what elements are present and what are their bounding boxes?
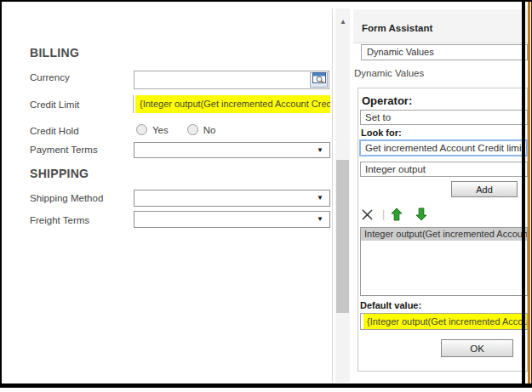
- chevron-down-icon: ▼: [317, 195, 323, 202]
- currency-input[interactable]: [134, 71, 329, 89]
- dynamic-values-section-label: Dynamic Values: [354, 68, 424, 78]
- credit-limit-label: Credit Limit: [30, 99, 79, 110]
- add-button[interactable]: Add: [451, 181, 518, 197]
- billing-section-title: BILLING: [30, 46, 79, 60]
- operator-label: Operator:: [362, 94, 412, 107]
- form-scrollbar-thumb[interactable]: [336, 160, 349, 313]
- ok-button[interactable]: OK: [441, 339, 513, 357]
- credit-hold-label: Credit Hold: [30, 126, 79, 136]
- default-value-label: Default value:: [360, 300, 421, 310]
- payment-terms-dropdown[interactable]: ▼: [134, 142, 330, 158]
- form-assistant-title: Form Assistant: [362, 23, 432, 33]
- lookup-icon: [312, 72, 326, 88]
- default-value-field[interactable]: {Integer output(Get incremented Accou: [360, 313, 528, 330]
- look-for-dropdown[interactable]: Get incremented Account Credit limit: [359, 139, 528, 156]
- list-item[interactable]: Integer output(Get incremented Account: [361, 228, 527, 241]
- assistant-view-selector[interactable]: Dynamic Values: [361, 44, 528, 60]
- lookup-button[interactable]: [310, 72, 328, 88]
- credit-limit-field[interactable]: {Integer output(Get incremented Account …: [133, 95, 330, 113]
- list-toolbar: |: [361, 206, 427, 223]
- dynamic-values-listbox[interactable]: Integer output(Get incremented Account: [360, 227, 528, 296]
- shipping-section-title: SHIPPING: [30, 167, 89, 180]
- delete-icon[interactable]: [361, 208, 374, 221]
- freight-terms-label: Freight Terms: [30, 215, 89, 225]
- credit-limit-value: {Integer output(Get incremented Account …: [135, 95, 330, 113]
- credit-hold-no-radio[interactable]: [187, 124, 198, 135]
- move-down-icon[interactable]: [415, 207, 427, 221]
- operator-dropdown[interactable]: Set to: [360, 110, 528, 125]
- payment-terms-label: Payment Terms: [30, 145, 98, 155]
- credit-hold-no-label: No: [203, 125, 216, 135]
- look-for-attribute-dropdown[interactable]: Integer output: [360, 162, 528, 177]
- look-for-label: Look for:: [361, 128, 402, 138]
- credit-hold-radio-group: Yes No: [136, 124, 229, 135]
- scrollbar-up-icon[interactable]: ▲: [340, 19, 346, 26]
- toolbar-divider: |: [382, 208, 385, 220]
- chevron-down-icon: ▼: [317, 216, 323, 223]
- crm-form-editor-screen: BILLING Currency Credit Limit {Integer o…: [0, 0, 532, 392]
- credit-hold-yes-radio[interactable]: [136, 124, 147, 135]
- window-border-bottom: [0, 383, 532, 388]
- window-border-left: [0, 0, 2, 387]
- panel-divider: [332, 9, 333, 383]
- chevron-down-icon: ▼: [317, 147, 323, 154]
- window-edge-accent: [528, 2, 530, 383]
- window-border-right: [522, 2, 525, 383]
- move-up-icon[interactable]: [391, 207, 403, 221]
- shipping-method-label: Shipping Method: [30, 193, 103, 203]
- default-value-text: {Integer output(Get incremented Accou: [363, 314, 527, 329]
- freight-terms-dropdown[interactable]: ▼: [134, 211, 330, 228]
- window-border-top: [0, 0, 532, 2]
- credit-hold-yes-label: Yes: [152, 125, 169, 135]
- currency-label: Currency: [30, 72, 70, 82]
- shipping-method-dropdown[interactable]: ▼: [134, 190, 330, 207]
